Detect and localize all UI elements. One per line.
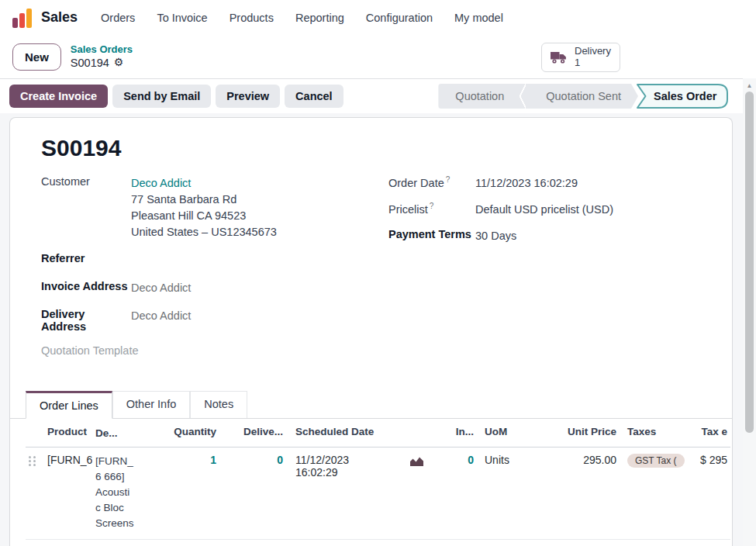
col-uom[interactable]: UoM — [477, 426, 526, 437]
pricelist-label: Pricelist — [388, 203, 428, 216]
cell-invoiced[interactable]: 0 — [438, 454, 477, 466]
pricelist-value[interactable]: Default USD pricelist (USD) — [475, 202, 613, 218]
menu-configuration[interactable]: Configuration — [366, 12, 433, 24]
col-delivered[interactable]: Delive... — [219, 426, 286, 437]
cell-product[interactable]: [FURN_66 — [44, 454, 92, 466]
notebook-tabs: Order Lines Other Info Notes — [10, 391, 732, 419]
cell-quantity[interactable]: 1 — [137, 454, 219, 466]
form-sheet: S00194 Customer Deco Addict 77 Santa Bar… — [9, 117, 733, 546]
table-header-row: Product De... Quantity Delive... Schedul… — [26, 419, 730, 448]
customer-label: Customer — [41, 175, 131, 240]
cell-delivered[interactable]: 0 — [219, 454, 286, 466]
invoice-address-value[interactable]: Deco Addict — [131, 280, 191, 296]
cell-unit-price[interactable]: 295.00 — [526, 454, 620, 466]
customer-link[interactable]: Deco Addict — [131, 177, 191, 189]
col-description[interactable]: De... — [92, 426, 137, 441]
scroll-up-arrow-icon[interactable]: ▲ — [743, 78, 756, 89]
main-menu: Orders To Invoice Products Reporting Con… — [101, 12, 503, 24]
action-bar: Create Invoice Send by Email Preview Can… — [0, 79, 756, 113]
tab-order-lines[interactable]: Order Lines — [26, 391, 112, 419]
field-referrer: Referrer — [41, 252, 388, 268]
field-delivery-address: Delivery Address Deco Addict — [41, 308, 388, 333]
menu-to-invoice[interactable]: To Invoice — [157, 12, 207, 24]
vertical-scrollbar[interactable]: ▲ — [743, 78, 756, 546]
delivery-smart-button-count: 1 — [575, 57, 611, 69]
col-product[interactable]: Product — [44, 426, 92, 437]
cell-scheduled-date[interactable]: 11/12/2023 16:02:29 — [286, 454, 395, 479]
breadcrumb-sales-orders[interactable]: Sales Orders — [71, 43, 133, 56]
referrer-label: Referrer — [41, 252, 131, 268]
new-button[interactable]: New — [12, 43, 61, 71]
col-taxes[interactable]: Taxes — [620, 426, 694, 437]
col-invoiced[interactable]: In... — [438, 426, 477, 437]
field-quotation-template: Quotation Template — [41, 344, 388, 361]
order-date-value[interactable]: 11/12/2023 16:02:29 — [475, 175, 578, 192]
customer-address-line2: Pleasant Hill CA 94523 — [131, 209, 246, 222]
cell-description[interactable]: [FURN_6 666] Acoustic Bloc Screens — [92, 454, 137, 531]
breadcrumb: Sales Orders S00194 ⚙ — [71, 43, 133, 70]
statusbar: Quotation Quotation Sent Sales Order — [438, 83, 730, 109]
field-customer: Customer Deco Addict 77 Santa Barbara Rd… — [41, 175, 388, 240]
top-navbar: Sales Orders To Invoice Products Reporti… — [0, 0, 756, 35]
gear-icon[interactable]: ⚙ — [114, 56, 124, 70]
delivery-smart-button-label: Delivery — [575, 46, 611, 57]
stage-sales-order-active[interactable]: Sales Order — [635, 83, 730, 109]
control-panel: New Sales Orders S00194 ⚙ Delivery 1 — [0, 35, 756, 78]
field-order-date: Order Date? 11/12/2023 16:02:29 — [388, 175, 701, 192]
customer-address-line3: United States – US12345673 — [131, 226, 277, 238]
create-invoice-button[interactable]: Create Invoice — [9, 85, 108, 108]
forecast-area-chart-icon[interactable] — [409, 455, 424, 467]
odoo-bar-chart-logo-icon[interactable] — [12, 8, 32, 28]
app-name[interactable]: Sales — [41, 9, 78, 26]
record-title: S00194 — [41, 135, 732, 161]
col-unit-price[interactable]: Unit Price — [526, 426, 620, 437]
col-quantity[interactable]: Quantity — [137, 426, 219, 437]
field-invoice-address: Invoice Address Deco Addict — [41, 280, 388, 296]
stage-quotation[interactable]: Quotation — [438, 84, 521, 109]
quotation-template-label: Quotation Template — [41, 344, 138, 361]
stage-quotation-sent[interactable]: Quotation Sent — [529, 84, 638, 109]
cell-uom[interactable]: Units — [477, 454, 526, 466]
order-lines-table: Product De... Quantity Delive... Schedul… — [10, 419, 732, 546]
order-date-label: Order Date — [388, 177, 444, 189]
invoice-address-label: Invoice Address — [41, 280, 131, 296]
send-by-email-button[interactable]: Send by Email — [112, 85, 211, 108]
tab-other-info[interactable]: Other Info — [112, 391, 190, 418]
col-tax-excl[interactable]: Tax e — [694, 426, 730, 437]
cancel-button[interactable]: Cancel — [285, 85, 343, 108]
menu-reporting[interactable]: Reporting — [295, 12, 344, 24]
help-icon: ? — [446, 175, 450, 184]
tab-notes[interactable]: Notes — [190, 391, 247, 418]
payment-terms-value[interactable]: 30 Days — [475, 228, 516, 244]
delivery-address-value[interactable]: Deco Addict — [131, 308, 191, 333]
stage-sales-order-label: Sales Order — [654, 83, 716, 109]
menu-products[interactable]: Products — [230, 12, 274, 24]
menu-my-model[interactable]: My model — [454, 12, 503, 24]
menu-orders[interactable]: Orders — [101, 12, 135, 24]
payment-terms-label: Payment Terms — [388, 228, 475, 244]
scrollbar-thumb[interactable] — [745, 92, 754, 433]
content-area: S00194 Customer Deco Addict 77 Santa Bar… — [0, 113, 756, 546]
table-footer-links: Add a product Add a section Add a note C… — [26, 540, 730, 546]
table-row[interactable]: [FURN_66 [FURN_6 666] Acoustic Bloc Scre… — [26, 448, 730, 540]
truck-icon — [550, 50, 568, 64]
field-pricelist: Pricelist? Default USD pricelist (USD) — [388, 202, 701, 218]
col-scheduled-date[interactable]: Scheduled Date — [286, 426, 395, 437]
cell-tax-excl: $ 295 — [694, 454, 730, 466]
drag-handle-icon[interactable] — [29, 456, 36, 466]
field-payment-terms: Payment Terms 30 Days — [388, 228, 701, 244]
breadcrumb-current-record: S00194 — [71, 56, 109, 70]
preview-button[interactable]: Preview — [216, 85, 280, 108]
help-icon: ? — [430, 202, 434, 210]
chevron-right-icon — [521, 84, 529, 109]
delivery-smart-button[interactable]: Delivery 1 — [541, 43, 620, 72]
delivery-address-label: Delivery Address — [41, 308, 131, 333]
tax-badge[interactable]: GST Tax ( — [627, 454, 685, 468]
customer-address-line1: 77 Santa Barbara Rd — [131, 193, 236, 206]
